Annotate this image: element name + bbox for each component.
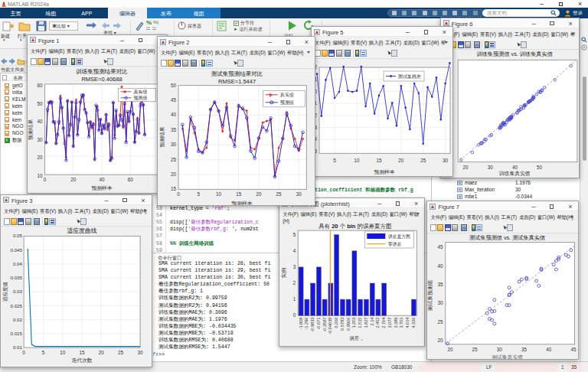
svg-text:测试集预测结果对比: 测试集预测结果对比 [211, 70, 263, 77]
svg-text:25: 25 [276, 191, 283, 197]
svg-text:60: 60 [128, 176, 134, 181]
svg-text:误差 。: 误差 。 [349, 335, 365, 341]
svg-text:-1.296: -1.296 [305, 318, 309, 330]
svg-text:35: 35 [521, 347, 528, 352]
svg-text:15: 15 [376, 158, 382, 163]
svg-text:30: 30 [443, 158, 449, 163]
svg-text:45: 45 [571, 347, 577, 352]
svg-text:预测样本: 预测样本 [231, 201, 252, 207]
svg-text:0: 0 [44, 176, 47, 181]
svg-text:20: 20 [438, 338, 444, 343]
svg-text:30: 30 [37, 136, 43, 142]
svg-text:45: 45 [438, 244, 444, 250]
svg-text:3.701: 3.701 [400, 318, 404, 328]
svg-text:0.03: 0.03 [13, 289, 23, 294]
svg-text:-0.671: -0.671 [316, 318, 321, 330]
svg-text:预测结果: 预测结果 [159, 126, 165, 147]
svg-text:-0.9833: -0.9833 [310, 318, 315, 332]
svg-text:1.515: 1.515 [358, 318, 362, 328]
svg-text:3: 3 [293, 264, 296, 269]
svg-text:0.8906: 0.8906 [346, 318, 351, 331]
svg-text:0.01: 0.01 [13, 344, 23, 350]
svg-text:迭代次数: 迭代次数 [71, 357, 92, 363]
svg-text:30: 30 [487, 165, 493, 170]
svg-text:实例: 实例 [281, 268, 287, 279]
svg-text:30: 30 [137, 349, 143, 354]
svg-text:10: 10 [216, 191, 222, 197]
svg-text:训练集预测值 vs. 训练集真实值: 训练集预测值 vs. 训练集真实值 [476, 50, 552, 57]
svg-text:0.04: 0.04 [13, 261, 23, 266]
svg-text:测试集预测值 vs. 测试集真实值: 测试集预测值 vs. 测试集真实值 [469, 234, 545, 241]
svg-text:50: 50 [37, 100, 43, 106]
svg-text:2.14: 2.14 [370, 318, 374, 326]
svg-text:3.077: 3.077 [387, 318, 392, 328]
svg-text:0: 0 [293, 313, 296, 318]
svg-text:60: 60 [37, 83, 43, 88]
svg-text:适应度值: 适应度值 [2, 281, 8, 302]
svg-text:0.035: 0.035 [11, 275, 23, 280]
svg-text:40: 40 [512, 165, 518, 170]
svg-text:40: 40 [99, 176, 105, 181]
svg-text:0.5783: 0.5783 [340, 318, 345, 331]
svg-text:20: 20 [462, 165, 469, 170]
svg-text:1: 1 [293, 296, 296, 302]
svg-text:30: 30 [497, 347, 503, 352]
svg-text:20: 20 [70, 176, 77, 181]
svg-text:测试集真实值: 测试集真实值 [492, 354, 524, 360]
svg-text:预测值: 预测值 [280, 100, 295, 106]
svg-text:零误差: 零误差 [388, 241, 402, 246]
svg-text:训练集预测结果对比: 训练集预测结果对比 [76, 68, 128, 75]
svg-text:4.326: 4.326 [411, 318, 416, 328]
svg-text:0.02: 0.02 [13, 317, 23, 322]
svg-text:真实值: 真实值 [134, 90, 148, 94]
svg-text:RMSE=0.40688: RMSE=0.40688 [81, 76, 122, 83]
svg-text:预测结果: 预测结果 [28, 119, 34, 139]
svg-text:5: 5 [333, 158, 336, 163]
svg-text:0.025: 0.025 [11, 302, 23, 308]
svg-text:35: 35 [438, 282, 444, 287]
svg-text:35: 35 [171, 127, 177, 132]
svg-text:预测样本: 预测样本 [91, 185, 112, 191]
svg-text:1.827: 1.827 [364, 318, 368, 328]
svg-text:-1.808: -1.808 [299, 318, 303, 330]
svg-text:RMSE=1.5447: RMSE=1.5447 [218, 78, 256, 85]
svg-text:0.05: 0.05 [13, 233, 23, 238]
svg-text:测试集残差: 测试集残差 [397, 73, 421, 79]
svg-text:30: 30 [171, 142, 177, 147]
svg-text:训练集真实值: 训练集真实值 [499, 171, 531, 177]
svg-text:50: 50 [537, 165, 543, 170]
svg-text:4: 4 [293, 248, 296, 253]
svg-text:2.764: 2.764 [381, 318, 386, 328]
svg-text:30: 30 [438, 300, 444, 305]
svg-text:-0.3587: -0.3587 [322, 318, 327, 332]
svg-text:适应度曲线: 适应度曲线 [67, 227, 97, 234]
svg-text:具有 20 个 bin 的误差直方图: 具有 20 个 bin 的误差直方图 [318, 223, 391, 230]
svg-text:15: 15 [171, 186, 177, 191]
svg-text:30: 30 [296, 191, 302, 197]
svg-text:50: 50 [171, 83, 177, 88]
svg-text:0: 0 [177, 191, 180, 197]
svg-text:真实值: 真实值 [280, 92, 295, 97]
svg-text:-0.04638: -0.04638 [328, 318, 333, 334]
svg-text:预测值: 预测值 [134, 95, 148, 101]
svg-text:20: 20 [398, 158, 404, 163]
svg-text:3.389: 3.389 [394, 318, 398, 328]
svg-text:15: 15 [79, 349, 85, 354]
svg-text:20: 20 [171, 171, 177, 177]
svg-text:预测样本: 预测样本 [374, 169, 394, 175]
svg-text:25: 25 [438, 319, 444, 325]
svg-text:0.266: 0.266 [334, 318, 338, 328]
svg-text:10: 10 [60, 349, 66, 354]
svg-text:0: 0 [22, 349, 25, 354]
svg-text:20: 20 [256, 191, 262, 197]
svg-text:45: 45 [171, 97, 177, 103]
svg-text:10: 10 [37, 173, 43, 178]
svg-text:25: 25 [472, 347, 479, 352]
svg-text:测试集预测值: 测试集预测值 [428, 279, 434, 311]
svg-text:20: 20 [448, 347, 454, 352]
svg-text:20: 20 [37, 155, 43, 160]
svg-text:误差直方图: 误差直方图 [388, 233, 410, 240]
svg-text:1.203: 1.203 [352, 318, 357, 328]
svg-text:0.045: 0.045 [11, 246, 23, 252]
svg-text:2: 2 [293, 280, 296, 286]
